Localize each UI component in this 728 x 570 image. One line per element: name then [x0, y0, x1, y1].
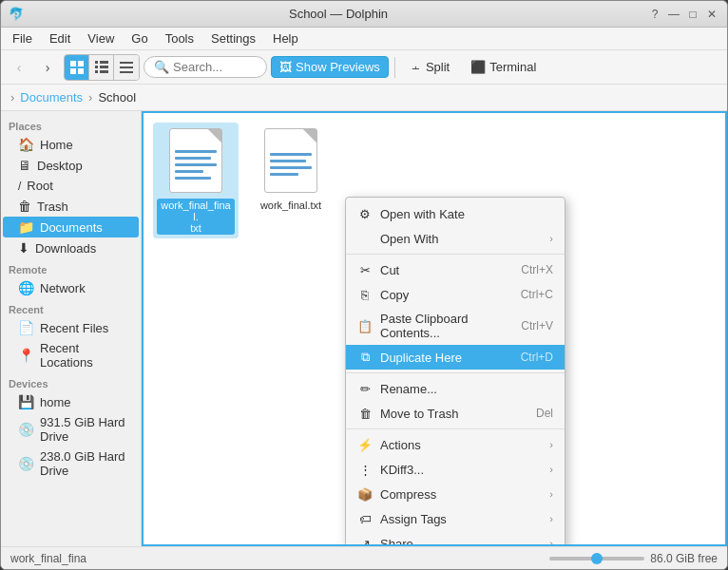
- icon-view-button[interactable]: [65, 55, 89, 80]
- menu-file[interactable]: File: [5, 29, 40, 48]
- sidebar-item-network[interactable]: 🌐 Network: [3, 277, 139, 298]
- ctx-share-icon: ↗: [357, 536, 373, 546]
- svg-rect-12: [120, 71, 133, 73]
- ctx-actions-icon: ⚡: [357, 437, 373, 452]
- sidebar-places-label: Places: [1, 115, 141, 134]
- sidebar-trash-label: Trash: [37, 200, 68, 214]
- sidebar-hdd2-label: 238.0 GiB Hard Drive: [40, 449, 131, 478]
- ctx-cut[interactable]: ✂ Cut Ctrl+X: [346, 257, 565, 282]
- ctx-duplicate[interactable]: ⧉ Duplicate Here Ctrl+D: [346, 345, 565, 370]
- ctx-compress[interactable]: 📦 Compress ›: [346, 482, 565, 506]
- sidebar-recent-files-label: Recent Files: [40, 321, 108, 335]
- sidebar-item-recent-files[interactable]: 📄 Recent Files: [3, 317, 139, 338]
- ctx-assign-tags[interactable]: 🏷 Assign Tags ›: [346, 506, 565, 531]
- ctx-sep-2: [346, 372, 565, 373]
- breadcrumb-chevron: ›: [88, 90, 92, 104]
- status-bar: work_final_fina 86.0 GiB free: [1, 546, 727, 569]
- sidebar-home-label: Home: [40, 138, 73, 152]
- help-button[interactable]: ?: [647, 7, 662, 22]
- sidebar-item-root[interactable]: / Root: [3, 176, 139, 196]
- split-button[interactable]: ⫠ Split: [401, 56, 458, 78]
- sidebar-devices-label: Devices: [1, 372, 141, 391]
- forward-button[interactable]: ›: [35, 55, 60, 80]
- list-view-button[interactable]: [114, 55, 139, 80]
- maximize-button[interactable]: □: [685, 7, 700, 22]
- menu-bar: File Edit View Go Tools Settings Help: [1, 28, 727, 50]
- network-icon: 🌐: [18, 280, 34, 295]
- sidebar-item-desktop[interactable]: 🖥 Desktop: [3, 155, 139, 176]
- menu-help[interactable]: Help: [265, 29, 306, 48]
- breadcrumb-sep: ›: [10, 90, 14, 104]
- svg-rect-9: [100, 70, 108, 73]
- svg-rect-6: [95, 66, 98, 68]
- svg-rect-0: [70, 61, 76, 66]
- ctx-move-to-trash[interactable]: 🗑 Move to Trash Del: [346, 401, 565, 426]
- menu-settings[interactable]: Settings: [203, 29, 263, 48]
- breadcrumb-bar: › Documents › School: [1, 85, 727, 111]
- root-icon: /: [18, 180, 21, 193]
- sidebar-item-hdd1[interactable]: 💿 931.5 GiB Hard Drive: [3, 412, 139, 446]
- sidebar-documents-label: Documents: [40, 220, 103, 235]
- menu-edit[interactable]: Edit: [42, 29, 78, 48]
- file-label-1: work_final_final.txt: [157, 199, 235, 235]
- svg-rect-11: [120, 66, 133, 68]
- zoom-slider-thumb[interactable]: [591, 553, 603, 564]
- ctx-open-with-kate[interactable]: ⚙ Open with Kate: [346, 201, 565, 226]
- sidebar-recent-locations-label: Recent Locations: [40, 341, 131, 370]
- breadcrumb-documents[interactable]: Documents: [16, 88, 86, 106]
- close-button[interactable]: ✕: [704, 7, 719, 22]
- menu-go[interactable]: Go: [124, 29, 155, 48]
- ctx-copy[interactable]: ⎘ Copy Ctrl+C: [346, 282, 565, 307]
- ctx-actions-arrow: ›: [549, 439, 553, 450]
- recent-files-icon: 📄: [18, 320, 34, 335]
- sidebar-item-home-device[interactable]: 💾 home: [3, 391, 139, 412]
- minimize-button[interactable]: —: [666, 7, 681, 22]
- sidebar-item-home[interactable]: 🏠 Home: [3, 134, 139, 155]
- ctx-kdiff[interactable]: ⋮ KDiff3... ›: [346, 457, 565, 482]
- hdd2-icon: 💿: [18, 456, 34, 471]
- sidebar-downloads-label: Downloads: [35, 241, 96, 256]
- back-button[interactable]: ‹: [7, 55, 31, 80]
- app-icon: 🐬: [9, 7, 24, 22]
- svg-rect-1: [78, 61, 84, 66]
- ctx-sep-1: [346, 254, 565, 255]
- file-item-2[interactable]: work_final.txt: [248, 123, 334, 216]
- ctx-compress-icon: 📦: [357, 486, 373, 502]
- sidebar-item-hdd2[interactable]: 💿 238.0 GiB Hard Drive: [3, 446, 139, 481]
- svg-rect-5: [100, 61, 108, 64]
- file-thumb-2: [257, 126, 325, 195]
- sidebar-item-trash[interactable]: 🗑 Trash: [3, 196, 139, 217]
- svg-rect-2: [70, 68, 76, 74]
- search-input[interactable]: [173, 60, 259, 74]
- ctx-rename-icon: ✏: [357, 381, 373, 396]
- show-previews-button[interactable]: 🖼 Show Previews: [271, 56, 389, 78]
- svg-rect-10: [120, 62, 133, 64]
- terminal-button[interactable]: ⬛ Terminal: [462, 56, 545, 78]
- sidebar-recent-label: Recent: [1, 298, 141, 317]
- ctx-open-with[interactable]: Open With ›: [346, 226, 565, 251]
- ctx-duplicate-icon: ⧉: [357, 350, 373, 365]
- compact-view-button[interactable]: [89, 55, 114, 80]
- ctx-paste[interactable]: 📋 Paste Clipboard Contents... Ctrl+V: [346, 307, 565, 345]
- status-slider-area: 86.0 GiB free: [549, 552, 718, 565]
- home-icon: 🏠: [18, 137, 34, 152]
- ctx-kdiff-icon: ⋮: [357, 462, 373, 477]
- zoom-slider-track[interactable]: [549, 557, 644, 560]
- downloads-icon: ⬇: [18, 240, 29, 256]
- ctx-rename[interactable]: ✏ Rename...: [346, 376, 565, 401]
- title-bar: 🐬 School — Dolphin ? — □ ✕: [1, 1, 727, 28]
- previews-icon: 🖼: [279, 60, 292, 74]
- documents-icon: 📁: [18, 219, 34, 235]
- file-item-selected[interactable]: work_final_final.txt: [153, 123, 239, 238]
- menu-view[interactable]: View: [80, 29, 122, 48]
- window-title: School — Dolphin: [29, 7, 647, 21]
- ctx-actions[interactable]: ⚡ Actions ›: [346, 432, 565, 457]
- ctx-share[interactable]: ↗ Share ›: [346, 531, 565, 546]
- menu-tools[interactable]: Tools: [158, 29, 201, 48]
- search-box[interactable]: 🔍: [144, 56, 267, 78]
- sidebar-item-documents[interactable]: 📁 Documents: [3, 217, 139, 238]
- sidebar-item-downloads[interactable]: ⬇ Downloads: [3, 238, 139, 258]
- sidebar-item-recent-locations[interactable]: 📍 Recent Locations: [3, 338, 139, 372]
- sidebar-remote-label: Remote: [1, 258, 141, 277]
- context-menu: ⚙ Open with Kate Open With › ✂ Cut Ctrl+…: [345, 197, 565, 546]
